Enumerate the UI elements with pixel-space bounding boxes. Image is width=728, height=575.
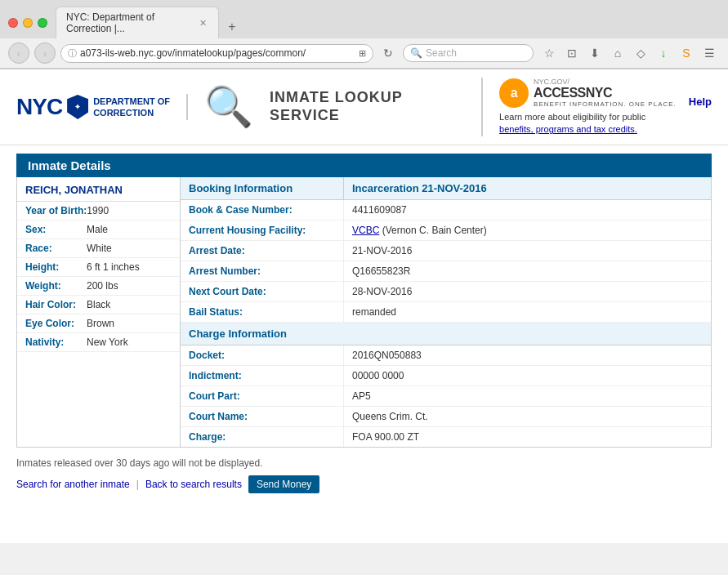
- housing-facility-label: Current Housing Facility:: [181, 221, 344, 240]
- eye-color-label: Eye Color:: [25, 318, 87, 329]
- access-desc: Learn more about eligibility for public …: [499, 111, 645, 136]
- search-another-link[interactable]: Search for another inmate: [16, 479, 130, 490]
- weight-row: Weight: 200 lbs: [17, 277, 180, 296]
- minimize-window-button[interactable]: [23, 18, 33, 28]
- tab-close-button[interactable]: ✕: [198, 18, 208, 29]
- bail-status-row: Bail Status: remanded: [181, 302, 711, 323]
- weight-label: Weight:: [25, 280, 87, 292]
- docket-label: Docket:: [181, 345, 344, 365]
- charge-row: Charge: FOA 900.00 ZT: [181, 427, 711, 447]
- next-court-date-value: 28-NOV-2016: [344, 282, 711, 301]
- year-of-birth-row: Year of Birth: 1990: [17, 202, 180, 221]
- sex-label: Sex:: [25, 224, 87, 235]
- magnifier-icon: 🔍: [204, 84, 253, 130]
- inmate-lookup-section: 🔍 INMATE LOOKUP SERVICE: [204, 84, 473, 130]
- year-of-birth-label: Year of Birth:: [25, 205, 87, 216]
- arrest-number-value: Q16655823R: [344, 261, 711, 281]
- back-results-link[interactable]: Back to search results: [145, 479, 242, 490]
- page-footer: Inmates released over 30 days ago will n…: [0, 448, 728, 503]
- search-placeholder: Search: [426, 47, 457, 59]
- vcbc-link[interactable]: VCBC: [352, 225, 379, 236]
- sex-value: Male: [87, 224, 108, 235]
- access-title: ACCESSNYC: [534, 86, 677, 100]
- next-court-date-label: Next Court Date:: [181, 282, 344, 301]
- charge-value: FOA 900.00 ZT: [344, 427, 711, 447]
- details-container: REICH, JONATHAN Year of Birth: 1990 Sex:…: [16, 177, 712, 448]
- bail-status-label: Bail Status:: [181, 302, 344, 322]
- charge-section-label: Charge Information: [181, 323, 295, 345]
- court-name-value: Queens Crim. Ct.: [344, 407, 711, 426]
- reading-list-icon[interactable]: ⊡: [561, 42, 583, 64]
- tab-title: NYC: Department of Correction |...: [66, 11, 193, 34]
- doc-text: DEPARTMENT OF CORRECTION: [93, 96, 170, 119]
- inmate-details-wrapper: Inmate Details REICH, JONATHAN Year of B…: [0, 145, 728, 448]
- booking-header-row: Booking Information Incarceration 21-NOV…: [181, 177, 711, 200]
- accessnyc-logo: a NYC.GOV/ ACCESSNYC BENEFIT INFORMATION…: [499, 78, 677, 108]
- court-part-label: Court Part:: [181, 386, 344, 406]
- height-value: 6 ft 1 inches: [87, 261, 140, 273]
- access-desc-link[interactable]: benefits, programs and tax credits.: [499, 124, 637, 134]
- send-money-button[interactable]: Send Money: [248, 475, 319, 493]
- inmate-details-header: Inmate Details: [16, 154, 712, 177]
- bookmarks-icon[interactable]: ☆: [538, 42, 560, 64]
- maximize-window-button[interactable]: [38, 18, 47, 28]
- arrest-number-row: Arrest Number: Q16655823R: [181, 261, 711, 282]
- book-case-label: Book & Case Number:: [181, 200, 344, 220]
- address-bar[interactable]: ⓘ a073-ils-web.nyc.gov/inmatelookup/page…: [60, 44, 373, 63]
- book-case-row: Book & Case Number: 4411609087: [181, 200, 711, 221]
- nativity-value: New York: [87, 337, 128, 348]
- access-subtitle: BENEFIT INFORMATION. ONE PLACE.: [534, 100, 677, 108]
- race-row: Race: White: [17, 239, 180, 258]
- back-button[interactable]: ‹: [8, 42, 29, 64]
- race-value: White: [87, 243, 112, 254]
- year-of-birth-value: 1990: [87, 205, 109, 216]
- help-link[interactable]: Help: [689, 96, 712, 108]
- indictment-label: Indictment:: [181, 366, 344, 386]
- tab-bar: NYC: Department of Correction |... ✕ +: [56, 7, 720, 38]
- nyc-logo: NYC ✦ DEPARTMENT OF CORRECTION: [16, 94, 170, 120]
- footer-links: Search for another inmate | Back to sear…: [16, 475, 712, 493]
- search-icon: 🔍: [410, 47, 422, 59]
- close-window-button[interactable]: [8, 18, 18, 28]
- extension-icon-1[interactable]: ↓: [653, 42, 674, 64]
- next-court-date-row: Next Court Date: 28-NOV-2016: [181, 282, 711, 302]
- arrest-number-label: Arrest Number:: [181, 261, 344, 281]
- access-top-row: a NYC.GOV/ ACCESSNYC BENEFIT INFORMATION…: [499, 78, 712, 108]
- accessnyc-icon: a: [499, 78, 529, 108]
- toolbar-icons: ☆ ⊡ ⬇ ⌂ ◇ ↓ S ☰: [538, 42, 720, 64]
- docket-row: Docket: 2016QN050883: [181, 345, 711, 366]
- active-tab[interactable]: NYC: Department of Correction |... ✕: [56, 7, 219, 38]
- url-text: a073-ils-web.nyc.gov/inmatelookup/pages/…: [80, 47, 355, 59]
- booking-section: Booking Information Incarceration 21-NOV…: [181, 177, 711, 447]
- access-section: a NYC.GOV/ ACCESSNYC BENEFIT INFORMATION…: [481, 78, 712, 136]
- court-part-value: AP5: [344, 386, 711, 406]
- reader-mode-icon: ⊞: [359, 48, 366, 59]
- traffic-lights: [8, 18, 47, 28]
- menu-icon[interactable]: ☰: [699, 42, 720, 64]
- arrest-date-label: Arrest Date:: [181, 241, 344, 261]
- forward-button[interactable]: ›: [34, 42, 56, 64]
- extension-icon-2[interactable]: S: [676, 42, 697, 64]
- indictment-row: Indictment: 00000 0000: [181, 366, 711, 386]
- refresh-button[interactable]: ↻: [378, 43, 398, 63]
- titlebar: NYC: Department of Correction |... ✕ +: [0, 0, 728, 38]
- booking-title-cell: Booking Information: [181, 177, 344, 199]
- access-nyc-gov: NYC.GOV/: [534, 78, 677, 86]
- nyc-logo-section: NYC ✦ DEPARTMENT OF CORRECTION: [16, 94, 188, 120]
- personal-info-panel: REICH, JONATHAN Year of Birth: 1990 Sex:…: [17, 177, 181, 447]
- new-tab-button[interactable]: +: [222, 17, 242, 37]
- hair-color-row: Hair Color: Black: [17, 296, 180, 314]
- court-name-label: Court Name:: [181, 407, 344, 426]
- home-icon[interactable]: ⌂: [607, 42, 628, 64]
- nativity-label: Nativity:: [25, 337, 87, 348]
- browser-search-bar[interactable]: 🔍 Search: [403, 44, 534, 62]
- footer-separator: |: [136, 479, 139, 490]
- docket-value: 2016QN050883: [344, 345, 711, 365]
- charge-header-row: Charge Information: [181, 323, 711, 345]
- pocket-icon[interactable]: ◇: [630, 42, 651, 64]
- book-case-value: 4411609087: [344, 200, 711, 220]
- court-name-row: Court Name: Queens Crim. Ct.: [181, 407, 711, 427]
- bail-status-value: remanded: [344, 302, 711, 322]
- download-icon[interactable]: ⬇: [584, 42, 605, 64]
- indictment-value: 00000 0000: [344, 366, 711, 386]
